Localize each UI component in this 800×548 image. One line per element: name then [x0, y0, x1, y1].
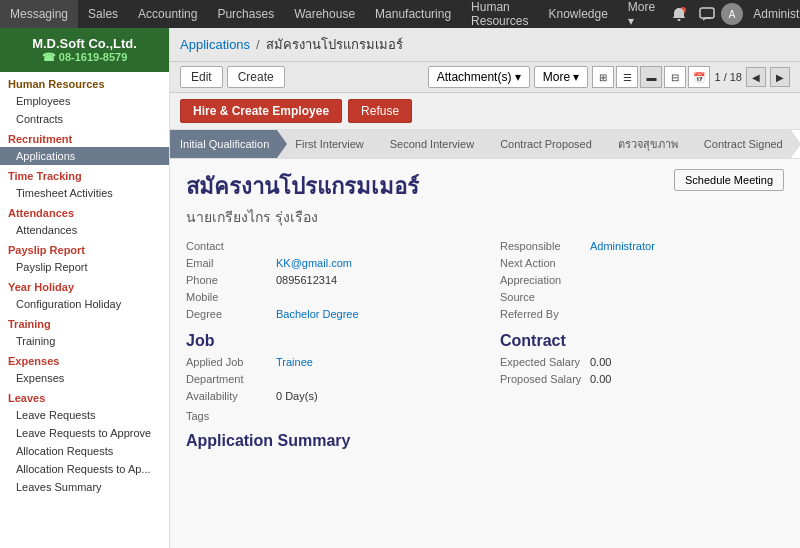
breadcrumb-parent[interactable]: Applications — [180, 37, 250, 52]
notification-icon[interactable] — [665, 0, 693, 28]
nav-more[interactable]: More ▾ — [618, 0, 665, 28]
hire-create-button[interactable]: Hire & Create Employee — [180, 99, 342, 123]
attachment-button[interactable]: Attachment(s) ▾ — [428, 66, 530, 88]
schedule-meeting-button[interactable]: Schedule Meeting — [674, 169, 784, 191]
degree-label: Degree — [186, 308, 276, 320]
contract-section-title: Contract — [500, 332, 784, 350]
stage-contract-signed[interactable]: Contract Signed — [686, 130, 791, 158]
create-button[interactable]: Create — [227, 66, 285, 88]
edit-button[interactable]: Edit — [180, 66, 223, 88]
pipeline: Initial Qualification First Interview Se… — [170, 130, 800, 159]
job-section-title: Job — [186, 332, 470, 350]
responsible-section: Responsible Administrator Next Action Ap… — [500, 240, 784, 456]
nav-accounting[interactable]: Accounting — [128, 0, 207, 28]
avatar[interactable]: A — [721, 3, 743, 25]
form-view-icon[interactable]: ▬ — [640, 66, 662, 88]
availability-field: Availability 0 Day(s) — [186, 390, 470, 402]
kanban-view-icon[interactable]: ⊞ — [592, 66, 614, 88]
form-sections: Contact Email KK@gmail.com Phone 0895612… — [186, 240, 784, 456]
applied-job-value[interactable]: Trainee — [276, 356, 313, 368]
toolbar-right: ⊞ ☰ ▬ ⊟ 📅 1 / 18 ◀ ▶ — [592, 66, 790, 88]
phone-field: Phone 0895612314 — [186, 274, 470, 286]
company-name: M.D.Soft Co.,Ltd. — [8, 36, 161, 51]
nav-purchases[interactable]: Purchases — [207, 0, 284, 28]
nav-manufacturing[interactable]: Manufacturing — [365, 0, 461, 28]
phone-value: 0895612314 — [276, 274, 337, 286]
sidebar-item-expenses[interactable]: Expenses — [0, 369, 169, 387]
sidebar-section-training: Training — [0, 313, 169, 332]
sidebar: M.D.Soft Co.,Ltd. ☎ 08-1619-8579 Human R… — [0, 28, 170, 548]
admin-label[interactable]: Administrator — [743, 7, 800, 21]
sidebar-section-timetracking: Time Tracking — [0, 165, 169, 184]
list-view-icon[interactable]: ☰ — [616, 66, 638, 88]
sidebar-item-allocation-approve[interactable]: Allocation Requests to Ap... — [0, 460, 169, 478]
svg-rect-2 — [700, 8, 714, 18]
stage-first-interview[interactable]: First Interview — [277, 130, 371, 158]
next-page-button[interactable]: ▶ — [770, 67, 790, 87]
breadcrumb-separator: / — [256, 37, 260, 52]
source-label: Source — [500, 291, 590, 303]
stage-initial[interactable]: Initial Qualification — [170, 130, 277, 158]
prev-page-button[interactable]: ◀ — [746, 67, 766, 87]
application-subtitle: นายเกรียงไกร รุ่งเรือง — [186, 206, 674, 228]
refuse-button[interactable]: Refuse — [348, 99, 412, 123]
top-nav-right: A Administrator — [665, 0, 800, 28]
sidebar-item-leave-approve[interactable]: Leave Requests to Approve — [0, 424, 169, 442]
breadcrumb: Applications / สมัครงานโปรแกรมเมอร์ — [170, 28, 800, 62]
sidebar-section-hr: Human Resources — [0, 72, 169, 92]
availability-value: 0 Day(s) — [276, 390, 318, 402]
nav-warehouse[interactable]: Warehouse — [284, 0, 365, 28]
sidebar-section-holiday: Year Holiday — [0, 276, 169, 295]
degree-field: Degree Bachelor Degree — [186, 308, 470, 320]
sidebar-item-payslip[interactable]: Payslip Report — [0, 258, 169, 276]
sidebar-item-attendances[interactable]: Attendances — [0, 221, 169, 239]
nav-hr[interactable]: Human Resources — [461, 0, 538, 28]
sidebar-item-allocation[interactable]: Allocation Requests — [0, 442, 169, 460]
proposed-salary-label: Proposed Salary — [500, 373, 590, 385]
stage-health-check[interactable]: ตรวจสุขภาพ — [600, 130, 686, 158]
nav-sales[interactable]: Sales — [78, 0, 128, 28]
responsible-value[interactable]: Administrator — [590, 240, 655, 252]
sidebar-item-employees[interactable]: Employees — [0, 92, 169, 110]
contact-label: Contact — [186, 240, 276, 252]
appreciation-field: Appreciation — [500, 274, 784, 286]
sidebar-item-contracts[interactable]: Contracts — [0, 110, 169, 128]
sidebar-item-leaves-summary[interactable]: Leaves Summary — [0, 478, 169, 496]
top-navigation: Messaging Sales Accounting Purchases War… — [0, 0, 800, 28]
form-body: สมัครงานโปรแกรมเมอร์ นายเกรียงไกร รุ่งเร… — [170, 159, 800, 466]
activity-view-icon[interactable]: ⊟ — [664, 66, 686, 88]
expected-salary-value: 0.00 — [590, 356, 611, 368]
contact-field: Contact — [186, 240, 470, 252]
sidebar-item-training[interactable]: Training — [0, 332, 169, 350]
sidebar-item-config-holiday[interactable]: Configuration Holiday — [0, 295, 169, 313]
department-label: Department — [186, 373, 276, 385]
pagination-text: 1 / 18 — [714, 71, 742, 83]
expected-salary-field: Expected Salary 0.00 — [500, 356, 784, 368]
chat-icon[interactable] — [693, 0, 721, 28]
view-icons: ⊞ ☰ ▬ ⊟ 📅 — [592, 66, 710, 88]
calendar-view-icon[interactable]: 📅 — [688, 66, 710, 88]
sidebar-item-timesheet[interactable]: Timesheet Activities — [0, 184, 169, 202]
nav-knowledge[interactable]: Knowledge — [538, 0, 617, 28]
expected-salary-label: Expected Salary — [500, 356, 590, 368]
contact-section: Contact Email KK@gmail.com Phone 0895612… — [186, 240, 470, 456]
application-title: สมัครงานโปรแกรมเมอร์ — [186, 169, 674, 204]
stage-contract-proposed[interactable]: Contract Proposed — [482, 130, 600, 158]
sidebar-item-leave-requests[interactable]: Leave Requests — [0, 406, 169, 424]
phone-label: Phone — [186, 274, 276, 286]
sidebar-section-expenses: Expenses — [0, 350, 169, 369]
nav-messaging[interactable]: Messaging — [0, 0, 78, 28]
email-value[interactable]: KK@gmail.com — [276, 257, 352, 269]
company-logo[interactable]: M.D.Soft Co.,Ltd. ☎ 08-1619-8579 — [0, 28, 169, 72]
next-action-label: Next Action — [500, 257, 590, 269]
referred-by-label: Referred By — [500, 308, 590, 320]
applied-job-field: Applied Job Trainee — [186, 356, 470, 368]
degree-value[interactable]: Bachelor Degree — [276, 308, 359, 320]
sidebar-item-applications[interactable]: Applications — [0, 147, 169, 165]
main-content: Applications / สมัครงานโปรแกรมเมอร์ Edit… — [170, 28, 800, 548]
more-button[interactable]: More ▾ — [534, 66, 589, 88]
stage-second-interview[interactable]: Second Interview — [372, 130, 482, 158]
appreciation-label: Appreciation — [500, 274, 590, 286]
department-field: Department — [186, 373, 470, 385]
proposed-salary-field: Proposed Salary 0.00 — [500, 373, 784, 385]
